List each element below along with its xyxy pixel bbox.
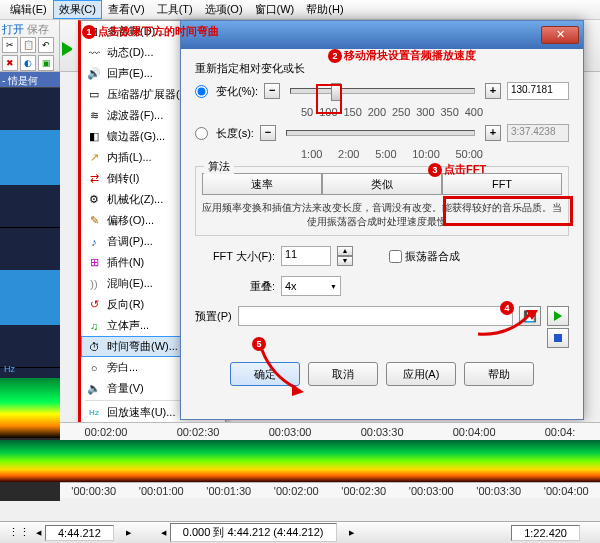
close-button[interactable]: ✕ bbox=[541, 26, 579, 44]
effect-icon: ♪ bbox=[85, 234, 103, 250]
hz-label: Hz bbox=[4, 364, 15, 374]
effect-icon: ≋ bbox=[85, 108, 103, 124]
play-button-icon[interactable] bbox=[62, 42, 76, 56]
tab-fft[interactable]: FFT bbox=[442, 173, 562, 195]
spin-up[interactable]: ▲ bbox=[337, 246, 353, 256]
ok-button[interactable]: 确定 bbox=[230, 362, 300, 386]
tool-icon[interactable]: ✖ bbox=[2, 55, 18, 71]
stop-icon bbox=[554, 334, 562, 342]
effect-icon: ▭ bbox=[85, 87, 103, 103]
waveform[interactable]: Hz bbox=[0, 88, 60, 438]
chevron-left-icon[interactable]: ◀ bbox=[161, 529, 166, 537]
clock-icon: ⏱ bbox=[85, 339, 103, 355]
timewarp-dialog: ✕ 重新指定相对变化或长 变化(%): − + 130.7181 5010015… bbox=[180, 20, 584, 420]
menu-options[interactable]: 选项(O) bbox=[199, 0, 249, 19]
tool-icon[interactable]: 📋 bbox=[20, 37, 36, 53]
play-icon bbox=[554, 311, 562, 321]
oscillator-label: 振荡器合成 bbox=[405, 249, 460, 264]
menu-effects[interactable]: 效果(C) bbox=[53, 0, 102, 19]
fft-size-spinner[interactable]: 11 bbox=[281, 246, 331, 266]
radio-change[interactable] bbox=[195, 85, 208, 98]
tool-icon[interactable]: ↶ bbox=[38, 37, 54, 53]
chevron-right-icon[interactable]: ▶ bbox=[126, 529, 131, 537]
effect-icon: 🔈 bbox=[85, 381, 103, 397]
preview-play-button[interactable] bbox=[547, 306, 569, 326]
tab-similar[interactable]: 类似 bbox=[322, 173, 442, 195]
timeline-top: 00:02:0000:02:3000:03:0000:03:3000:04:00… bbox=[60, 422, 600, 440]
tool-icon[interactable]: ◐ bbox=[20, 55, 36, 71]
change-slider[interactable] bbox=[290, 88, 475, 94]
tool-icon[interactable]: ▣ bbox=[38, 55, 54, 71]
status-range: 0.000 到 4:44.212 (4:44.212) bbox=[170, 523, 337, 542]
slider-thumb[interactable] bbox=[331, 83, 341, 101]
effect-icon: 🔊 bbox=[85, 66, 103, 82]
slider-ticks2: 1:002:005:0010:0050:00 bbox=[301, 148, 483, 160]
algorithm-label: 算法 bbox=[204, 159, 234, 174]
statusbar: ⋮⋮ ◀ 4:44.212 ▶ ◀ 0.000 到 4:44.212 (4:44… bbox=[0, 521, 600, 543]
timeline-bottom: '00:00:30'00:01:00'00:01:30'00:02:00'00:… bbox=[60, 482, 600, 498]
menubar: 编辑(E) 效果(C) 查看(V) 工具(T) 选项(O) 窗口(W) 帮助(H… bbox=[0, 0, 600, 20]
change-label: 变化(%): bbox=[216, 84, 258, 99]
menu-window[interactable]: 窗口(W) bbox=[249, 0, 301, 19]
preset-input[interactable] bbox=[238, 306, 513, 326]
effect-icon: ○ bbox=[85, 360, 103, 376]
minus-button[interactable]: − bbox=[260, 125, 276, 141]
menu-edit[interactable]: 编辑(E) bbox=[4, 0, 53, 19]
status-position: 4:44.212 bbox=[45, 525, 114, 541]
hz-icon: Hz bbox=[85, 405, 103, 421]
change-value[interactable]: 130.7181 bbox=[507, 82, 569, 100]
length-slider[interactable] bbox=[286, 130, 475, 136]
chevron-right-icon[interactable]: ▶ bbox=[349, 529, 354, 537]
effect-icon: ⊞ bbox=[85, 255, 103, 271]
chevron-left-icon[interactable]: ◀ bbox=[36, 529, 41, 537]
menu-tools[interactable]: 工具(T) bbox=[151, 0, 199, 19]
effect-icon: ♫ bbox=[85, 318, 103, 334]
status-spinner-icon: ⋮⋮ bbox=[8, 526, 30, 539]
radio-length[interactable] bbox=[195, 127, 208, 140]
effect-icon: ✎ bbox=[85, 213, 103, 229]
length-value: 3:37.4238 bbox=[507, 124, 569, 142]
effect-icon: ↗ bbox=[85, 150, 103, 166]
effect-icon: ⚙ bbox=[85, 192, 103, 208]
dialog-titlebar[interactable]: ✕ bbox=[181, 21, 583, 49]
apply-button[interactable]: 应用(A) bbox=[386, 362, 456, 386]
cancel-button[interactable]: 取消 bbox=[308, 362, 378, 386]
menu-help[interactable]: 帮助(H) bbox=[300, 0, 349, 19]
plus-button[interactable]: + bbox=[485, 83, 501, 99]
oscillator-checkbox[interactable] bbox=[389, 250, 402, 263]
section-title: 重新指定相对变化或长 bbox=[195, 61, 569, 76]
length-label: 长度(s): bbox=[216, 126, 254, 141]
preview-stop-button[interactable] bbox=[547, 328, 569, 348]
effect-icon: ◧ bbox=[85, 129, 103, 145]
fft-size-label: FFT 大小(F): bbox=[195, 249, 275, 264]
chevron-down-icon: ▼ bbox=[330, 283, 337, 290]
annotation-box-fft bbox=[443, 196, 573, 226]
toolbar-open[interactable]: 打开 保存 bbox=[2, 22, 57, 37]
status-duration: 1:22.420 bbox=[511, 525, 580, 541]
spin-down[interactable]: ▼ bbox=[337, 256, 353, 266]
effect-icon: ↺ bbox=[85, 297, 103, 313]
track-label: - 情是何 bbox=[0, 72, 60, 88]
effect-icon: ⇄ bbox=[85, 171, 103, 187]
help-button[interactable]: 帮助 bbox=[464, 362, 534, 386]
menu-view[interactable]: 查看(V) bbox=[102, 0, 151, 19]
effect-icon: 🎚 bbox=[85, 24, 103, 40]
effect-icon: 〰 bbox=[85, 45, 103, 61]
effect-icon: )) bbox=[85, 276, 103, 292]
plus-button[interactable]: + bbox=[485, 125, 501, 141]
overlap-combo[interactable]: 4x▼ bbox=[281, 276, 341, 296]
tab-rate[interactable]: 速率 bbox=[202, 173, 322, 195]
spectrogram[interactable] bbox=[0, 440, 600, 482]
minus-button[interactable]: − bbox=[264, 83, 280, 99]
preset-label: 预置(P) bbox=[195, 309, 232, 324]
tool-icon[interactable]: ✂ bbox=[2, 37, 18, 53]
overlap-label: 重叠: bbox=[195, 279, 275, 294]
slider-ticks: 50100150200250300350400 bbox=[301, 106, 483, 118]
preset-save-button[interactable]: 💾 bbox=[519, 306, 541, 326]
